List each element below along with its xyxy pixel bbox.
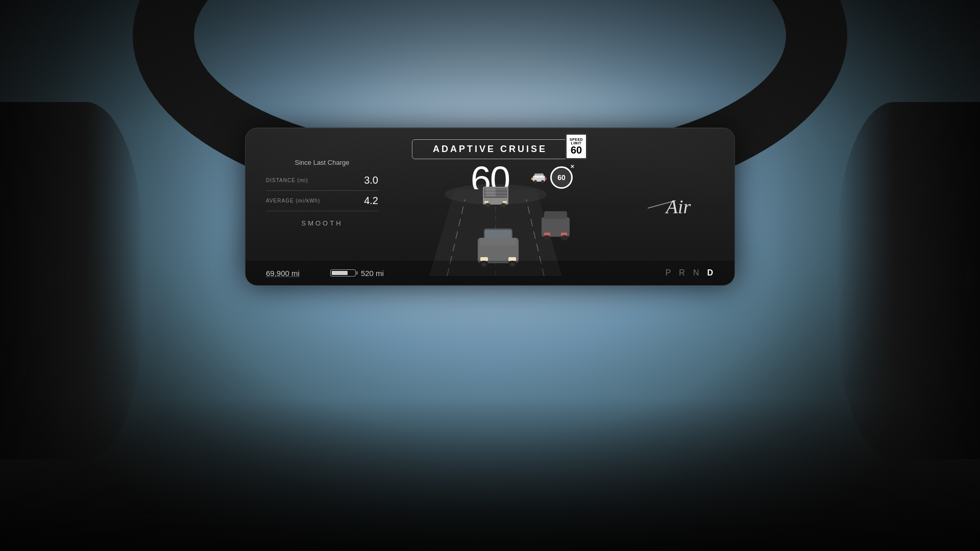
battery-section: 520 mi [330, 269, 384, 278]
speed-limit-number: 60 [571, 145, 582, 155]
battery-bar [330, 269, 356, 277]
odometer-display: 69,900 mi [266, 269, 300, 278]
road-visualization: SPEED LIMIT 60 [388, 128, 603, 276]
svg-rect-17 [503, 201, 507, 203]
average-row: AVERAGE (mi/kWh) 4.2 [266, 195, 378, 211]
average-value: 4.2 [364, 195, 378, 207]
svg-rect-21 [484, 194, 507, 194]
svg-rect-26 [480, 238, 516, 245]
right-panel: Air [638, 190, 719, 223]
svg-point-38 [561, 235, 568, 240]
gear-p: P [666, 268, 672, 278]
svg-point-18 [485, 203, 491, 207]
dashboard-display: ADAPTIVE CRUISE 60 mph 60 Since Last Cha… [245, 128, 735, 286]
svg-text:Air: Air [665, 196, 691, 217]
since-charge-title: Since Last Charge [266, 159, 378, 166]
drive-mode-label: SMOOTH [266, 219, 378, 227]
left-panel: Since Last Charge DISTANCE (mi) 3.0 AVER… [266, 159, 378, 227]
speed-limit-sign: SPEED LIMIT 60 [565, 133, 587, 160]
svg-point-37 [543, 235, 550, 240]
distance-value: 3.0 [364, 174, 378, 186]
average-label: AVERAGE (mi/kWh) [266, 198, 320, 204]
distance-label: DISTANCE (mi) [266, 178, 308, 183]
speed-limit-text-line1: SPEED [570, 138, 583, 141]
gear-selector: P R N D [666, 268, 714, 278]
bottom-status-bar: 69,900 mi 520 mi P R N D [246, 261, 734, 285]
gear-n: N [693, 268, 700, 278]
svg-rect-15 [485, 188, 496, 196]
svg-rect-34 [544, 211, 567, 219]
lucid-air-logo: Air [638, 190, 719, 221]
distance-row: DISTANCE (mi) 3.0 [266, 174, 378, 191]
range-display: 520 mi [361, 269, 384, 278]
svg-point-19 [501, 203, 506, 207]
gear-r: R [679, 268, 686, 278]
svg-rect-22 [484, 197, 507, 197]
svg-rect-16 [484, 201, 488, 203]
svg-rect-20 [484, 191, 507, 191]
battery-fill [332, 271, 348, 275]
gear-d: D [707, 268, 714, 278]
